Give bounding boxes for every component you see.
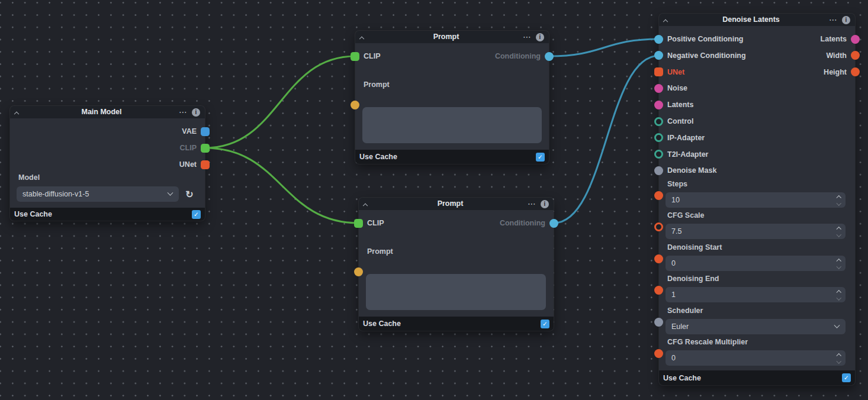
prompt-textarea[interactable]: [362, 107, 542, 143]
port-row-ip-adapter: IP-Adapter: [659, 130, 855, 146]
scheduler-input-handle[interactable]: [654, 318, 663, 327]
refresh-models-icon[interactable]: ↻: [183, 188, 196, 201]
port-row-conditioning: Conditioning: [359, 215, 554, 231]
use-cache-checkbox[interactable]: ✓: [541, 320, 549, 328]
scheduler-select[interactable]: Euler: [666, 319, 846, 334]
check-icon: ✓: [542, 320, 548, 327]
control-input-handle[interactable]: [654, 117, 663, 126]
check-icon: ✓: [844, 374, 849, 381]
negative-conditioning-input-handle[interactable]: [654, 51, 663, 60]
port-row-t2i-adapter: T2I-Adapter: [659, 147, 855, 162]
node-header[interactable]: Prompt ⋯ i: [359, 198, 554, 210]
clip-input-handle[interactable]: [354, 219, 363, 228]
model-select-value: stable-diffusion-v1-5: [22, 190, 89, 198]
denoising-end-input[interactable]: 1: [666, 287, 846, 302]
steps-label: Steps: [667, 179, 687, 189]
prompt-input-handle[interactable]: [354, 267, 363, 276]
node-title: Denoise Latents: [677, 14, 825, 26]
edge-prompt-1-conditioning-to-denoise-positive[interactable]: [549, 39, 659, 56]
model-select[interactable]: stable-diffusion-v1-5: [17, 186, 179, 202]
stepper-icons[interactable]: [837, 354, 841, 363]
prompt-field-label: Prompt: [364, 80, 390, 90]
stepper-icons[interactable]: [837, 196, 841, 205]
prompt-textarea[interactable]: [366, 274, 546, 310]
width-output-handle[interactable]: [851, 51, 860, 60]
ip-adapter-input-handle[interactable]: [654, 133, 663, 142]
denoising-start-input[interactable]: 0: [666, 256, 846, 271]
collapse-chevron-icon[interactable]: [15, 111, 22, 114]
edge-prompt-2-conditioning-to-denoise-negative[interactable]: [554, 56, 659, 223]
denoising-start-input-handle[interactable]: [654, 254, 663, 263]
port-row-denoise-mask: Denoise Mask: [659, 163, 855, 178]
prompt-input-handle[interactable]: [351, 101, 359, 109]
collapse-chevron-icon[interactable]: [360, 36, 367, 39]
steps-input[interactable]: 10: [666, 192, 846, 208]
node-title: Main Model: [28, 106, 175, 118]
latents-output-handle[interactable]: [851, 35, 860, 44]
cfg-rescale-input[interactable]: 0: [666, 350, 846, 366]
check-icon: ✓: [538, 153, 543, 160]
node-header[interactable]: Main Model ⋯ i: [10, 106, 205, 118]
node-prompt-2: Prompt ⋯ i CLIP Conditioning Prompt Use …: [359, 198, 554, 331]
collapse-chevron-icon[interactable]: [364, 202, 371, 206]
node-menu-icon[interactable]: ⋯: [179, 108, 187, 116]
workflow-canvas[interactable]: Main Model ⋯ i VAE CLIP UNet Model stabl…: [0, 0, 868, 400]
denoising-start-value: 0: [671, 259, 676, 267]
port-row-control: Control: [659, 114, 855, 129]
unet-input-handle[interactable]: [654, 67, 663, 76]
chevron-down-icon: [168, 188, 172, 196]
use-cache-checkbox[interactable]: ✓: [192, 210, 201, 219]
denoising-end-input-handle[interactable]: [654, 286, 663, 295]
conditioning-output-handle[interactable]: [549, 219, 558, 228]
edge-main-model-clip-to-prompt-1-clip[interactable]: [205, 56, 355, 148]
port-row-latents: Latents: [659, 97, 855, 112]
use-cache-checkbox[interactable]: ✓: [842, 373, 851, 382]
steps-input-handle[interactable]: [654, 191, 663, 200]
cfg-rescale-value: 0: [671, 354, 676, 362]
node-info-icon[interactable]: i: [541, 200, 549, 208]
clip-output-handle[interactable]: [201, 144, 210, 153]
stepper-icons[interactable]: [837, 259, 841, 268]
vae-output-handle[interactable]: [201, 127, 210, 136]
stepper-icons[interactable]: [837, 227, 841, 236]
use-cache-label: Use Cache: [663, 374, 701, 382]
scheduler-label: Scheduler: [667, 306, 703, 316]
stepper-icons[interactable]: [837, 291, 841, 299]
port-row-conditioning: Conditioning: [355, 49, 549, 64]
node-menu-icon[interactable]: ⋯: [829, 15, 837, 24]
denoising-end-value: 1: [671, 291, 676, 299]
scheduler-value: Euler: [671, 322, 689, 331]
denoise-mask-input-handle[interactable]: [654, 166, 663, 175]
node-header[interactable]: Prompt ⋯ i: [355, 31, 549, 43]
unet-output-handle[interactable]: [201, 160, 210, 169]
cfg-rescale-input-handle[interactable]: [654, 349, 663, 358]
clip-input-handle[interactable]: [351, 52, 359, 61]
port-row-height-out: Height: [659, 64, 855, 80]
steps-value: 10: [671, 196, 680, 204]
collapse-chevron-icon[interactable]: [664, 18, 671, 22]
conditioning-output-handle[interactable]: [545, 52, 554, 61]
node-info-icon[interactable]: i: [842, 16, 850, 24]
edge-main-model-clip-to-prompt-2-clip[interactable]: [205, 148, 359, 223]
node-info-icon[interactable]: i: [536, 33, 544, 41]
port-row-latents-out: Latents: [659, 31, 855, 47]
latents-input-handle[interactable]: [654, 101, 663, 109]
node-title: Prompt: [373, 31, 519, 43]
node-menu-icon[interactable]: ⋯: [528, 199, 536, 208]
node-info-icon[interactable]: i: [192, 108, 200, 117]
node-main-model: Main Model ⋯ i VAE CLIP UNet Model stabl…: [10, 106, 205, 221]
cfg-scale-input-handle[interactable]: [654, 222, 663, 231]
node-menu-icon[interactable]: ⋯: [523, 33, 531, 41]
cfg-scale-label: CFG Scale: [667, 211, 705, 221]
positive-conditioning-input-handle[interactable]: [654, 35, 663, 44]
port-row-unet: UNet: [10, 157, 205, 172]
check-icon: ✓: [194, 211, 199, 218]
height-output-handle[interactable]: [851, 67, 860, 76]
prompt-field-label: Prompt: [367, 247, 393, 257]
use-cache-checkbox[interactable]: ✓: [536, 153, 545, 162]
node-header[interactable]: Denoise Latents ⋯ i: [659, 14, 855, 26]
t2i-adapter-input-handle[interactable]: [654, 150, 663, 159]
noise-input-handle[interactable]: [654, 84, 663, 93]
cfg-scale-input[interactable]: 7.5: [666, 224, 846, 239]
port-row-clip: CLIP: [10, 140, 205, 156]
